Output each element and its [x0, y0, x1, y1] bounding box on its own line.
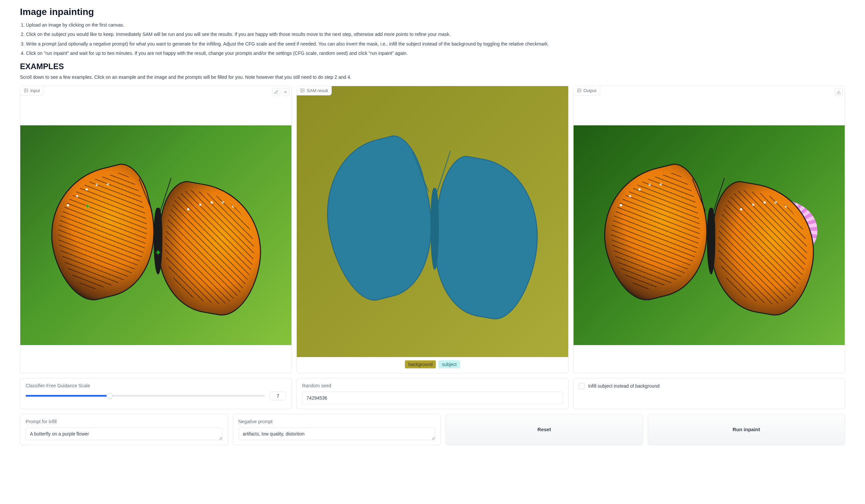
cfg-label: Classifier-Free Guidance Scale [26, 383, 286, 388]
instructions-list: Upload an image by clicking on the first… [20, 21, 845, 57]
clear-button[interactable] [281, 88, 289, 96]
invert-card: Infill subject instead of background [573, 378, 845, 409]
svg-point-5 [578, 90, 579, 90]
instruction-step: Click on "run inpaint" and wait for up t… [26, 49, 845, 57]
input-panel: Input + [20, 86, 292, 373]
input-canvas[interactable]: + + [20, 125, 291, 345]
output-panel: Output [573, 86, 845, 373]
prompt-label: Prompt for infill [26, 419, 222, 424]
close-icon [283, 90, 288, 94]
invert-checkbox-row[interactable]: Infill subject instead of background [579, 383, 839, 389]
sam-point-marker: + [85, 202, 90, 211]
sam-result-panel: SAM result background subject [297, 86, 568, 373]
reset-button[interactable]: Reset [446, 414, 643, 445]
image-icon [577, 88, 581, 93]
output-label-text: Output [584, 88, 597, 93]
input-panel-label: Input [20, 86, 44, 95]
pencil-icon [274, 90, 278, 94]
download-button[interactable] [835, 88, 843, 96]
output-image [574, 125, 845, 345]
input-label-text: Input [30, 88, 40, 93]
seed-label: Random seed [302, 383, 563, 388]
negative-prompt-label: Negative prompt [239, 419, 436, 424]
instruction-step: Click on the subject you would like to k… [26, 31, 845, 38]
run-inpaint-button[interactable]: Run inpaint [648, 414, 845, 445]
sam-panel-label: SAM result [297, 86, 332, 95]
image-icon [24, 88, 28, 93]
negative-prompt-input[interactable] [239, 427, 436, 440]
sam-label-text: SAM result [307, 88, 328, 93]
cfg-card: Classifier-Free Guidance Scale 7 [20, 378, 292, 409]
page-title: Image inpainting [20, 7, 845, 17]
image-icon [300, 88, 305, 93]
examples-description: Scroll down to see a few examples. Click… [20, 74, 845, 80]
invert-label: Infill subject instead of background [588, 383, 660, 389]
sam-legend: background subject [405, 360, 460, 368]
negative-prompt-card: Negative prompt [233, 414, 441, 445]
legend-background: background [405, 360, 436, 368]
seed-input[interactable] [302, 391, 563, 404]
examples-heading: EXAMPLES [20, 62, 845, 71]
output-panel-label: Output [574, 86, 600, 95]
sam-point-marker: + [156, 248, 160, 257]
prompt-input[interactable] [26, 427, 222, 440]
sam-result-image [297, 86, 568, 357]
instruction-step: Upload an image by clicking on the first… [26, 21, 845, 28]
invert-checkbox[interactable] [579, 383, 585, 389]
download-icon [837, 90, 841, 94]
svg-point-1 [25, 90, 26, 90]
cfg-slider[interactable] [26, 392, 265, 399]
prompt-card: Prompt for infill [20, 414, 228, 445]
cfg-value[interactable]: 7 [269, 391, 286, 400]
edit-button[interactable] [272, 88, 280, 96]
legend-subject: subject [438, 360, 460, 368]
svg-point-3 [301, 90, 302, 90]
seed-card: Random seed [297, 378, 568, 409]
instruction-step: Write a prompt (and optionally a negativ… [26, 40, 845, 48]
